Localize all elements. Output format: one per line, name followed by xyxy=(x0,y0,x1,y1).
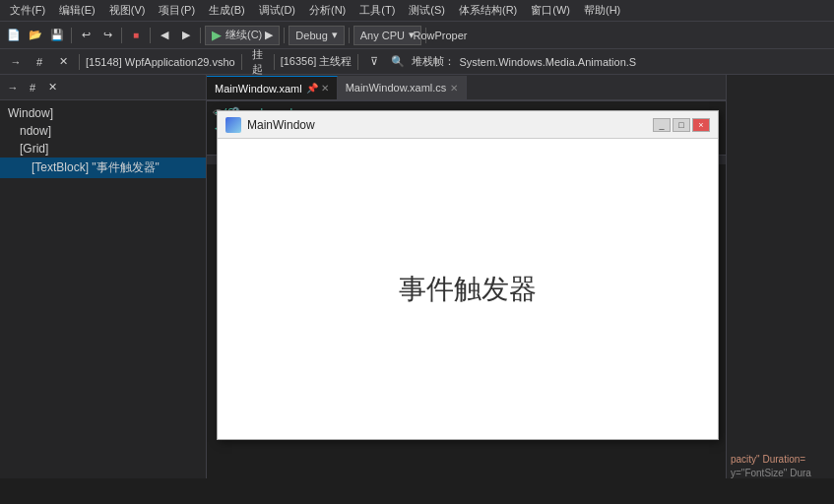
play-icon: ▶ xyxy=(212,28,222,42)
hang-btn[interactable]: 挂起 xyxy=(248,52,268,72)
separator-6 xyxy=(349,28,350,43)
tree-view: Window] ndow] [Grid] [TextBlock] "事件触发器" xyxy=(0,100,206,182)
tab-bar: MainWindow.xaml 📌 ✕ MainWindow.xaml.cs ✕ xyxy=(207,75,726,100)
floating-wpf-window: MainWindow _ □ × 事件触发器 xyxy=(217,110,719,440)
separator-1 xyxy=(71,28,72,43)
right-fontsize: y="FontSize" Dura xyxy=(731,468,811,478)
menu-edit[interactable]: 编辑(E) xyxy=(53,1,101,20)
separator-4 xyxy=(200,28,201,43)
left-panel: → # ✕ Window] ndow] [Grid] [TextBlock] "… xyxy=(0,75,207,478)
cpu-label: Any CPU xyxy=(360,30,405,41)
menu-file[interactable]: 文件(F) xyxy=(4,1,51,20)
right-spacer xyxy=(731,79,830,453)
filter-btn[interactable]: ⊽ xyxy=(364,52,384,72)
menu-project[interactable]: 项目(P) xyxy=(153,1,201,20)
tree-item-ndow[interactable]: ndow] xyxy=(0,122,206,140)
new-btn[interactable]: 📄 xyxy=(4,26,24,45)
save-btn[interactable]: 💾 xyxy=(47,26,67,45)
tree-item-window[interactable]: Window] xyxy=(0,104,206,122)
tab-label-1: MainWindow.xaml xyxy=(215,83,302,94)
separator-11 xyxy=(357,54,358,70)
continue-label: 继续(C) ▶ xyxy=(225,28,273,42)
chevron-down-icon: ▾ xyxy=(332,29,338,41)
menu-analyze[interactable]: 分析(N) xyxy=(303,1,352,20)
left-panel-toolbar: → # ✕ xyxy=(0,75,206,100)
menu-tools[interactable]: 工具(T) xyxy=(353,1,401,20)
right-text-line2: y="FontSize" Dura xyxy=(731,467,830,478)
thread-label: [16356] 主线程 xyxy=(281,54,353,69)
continue-dropdown[interactable]: ▶ 继续(C) ▶ xyxy=(205,26,280,45)
debug-pin-btn[interactable]: # xyxy=(30,52,49,72)
undo-btn[interactable]: ↩ xyxy=(76,26,96,45)
separator-5 xyxy=(284,28,285,43)
method-label: System.Windows.Media.Animation.S xyxy=(459,56,636,68)
right-panel: pacity" Duration= y="FontSize" Dura Dura… xyxy=(726,75,834,478)
win-maximize-btn[interactable]: □ xyxy=(673,118,690,132)
separator-3 xyxy=(150,28,151,43)
menu-window[interactable]: 窗口(W) xyxy=(525,1,576,20)
separator-2 xyxy=(121,28,122,43)
debug-config-dropdown[interactable]: Debug ▾ xyxy=(289,26,344,45)
win-close-btn[interactable]: × xyxy=(692,118,710,132)
separator-10 xyxy=(274,54,275,70)
right-panel-content: pacity" Duration= y="FontSize" Dura Dura… xyxy=(727,75,834,478)
debug-close-btn[interactable]: ✕ xyxy=(53,52,73,72)
menu-arch[interactable]: 体系结构(R) xyxy=(453,1,523,20)
editor-area: MainWindow.xaml 📌 ✕ MainWindow.xaml.cs ✕… xyxy=(207,75,726,478)
debug-bar: → # ✕ [15148] WpfApplication29.vsho 挂起 [… xyxy=(0,49,834,75)
menu-help[interactable]: 帮助(H) xyxy=(578,1,626,20)
win-body: 事件触发器 xyxy=(218,139,718,439)
tab-label-2: MainWindow.xaml.cs xyxy=(346,82,447,94)
menu-bar: 文件(F) 编辑(E) 视图(V) 项目(P) 生成(B) 调试(D) 分析(N… xyxy=(0,0,834,22)
panel-close-btn[interactable]: ✕ xyxy=(43,79,61,96)
debug-nav-btn[interactable]: → xyxy=(6,52,26,72)
pin-tab-icon[interactable]: 📌 xyxy=(306,83,318,94)
project-label: [15148] WpfApplication29.vsho xyxy=(86,56,235,68)
tree-item-grid[interactable]: [Grid] xyxy=(0,140,206,158)
win-titlebar: MainWindow _ □ × xyxy=(218,111,718,139)
separator-9 xyxy=(241,54,242,70)
rowprops-btn[interactable]: RowProper xyxy=(430,26,450,45)
win-app-icon xyxy=(225,117,241,133)
callstack-label: 堆栈帧： xyxy=(412,54,455,69)
search-btn[interactable]: 🔍 xyxy=(388,52,408,72)
close-tab-2-icon[interactable]: ✕ xyxy=(450,83,458,94)
menu-test[interactable]: 测试(S) xyxy=(403,1,451,20)
open-btn[interactable]: 📂 xyxy=(26,26,45,45)
editor-content: 👁 🔒 MainWindow _ □ × 事 xyxy=(207,100,726,478)
separator-8 xyxy=(79,54,80,70)
cpu-dropdown[interactable]: Any CPU ▾ xyxy=(353,26,421,45)
rowprops-label: RowProper xyxy=(413,30,467,41)
right-opacity: pacity" Duration= xyxy=(731,454,805,465)
toolbar: 📄 📂 💾 ↩ ↪ ■ ◀ ▶ ▶ 继续(C) ▶ Debug ▾ Any CP… xyxy=(0,22,834,49)
win-title: MainWindow xyxy=(247,118,647,132)
tab-mainwindow-xaml-cs[interactable]: MainWindow.xaml.cs ✕ xyxy=(338,76,468,99)
panel-nav-btn[interactable]: → xyxy=(4,79,22,96)
tab-mainwindow-xaml[interactable]: MainWindow.xaml 📌 ✕ xyxy=(207,76,338,99)
panel-pin-btn[interactable]: # xyxy=(24,79,41,96)
right-text-line1: pacity" Duration= xyxy=(731,453,830,467)
menu-build[interactable]: 生成(B) xyxy=(203,1,251,20)
menu-debug[interactable]: 调试(D) xyxy=(253,1,301,20)
tab2-icons: ✕ xyxy=(450,83,458,94)
back-btn[interactable]: ◀ xyxy=(155,26,174,45)
tab-icons: 📌 ✕ xyxy=(306,83,329,94)
hang-label: 挂起 xyxy=(248,47,268,77)
win-controls: _ □ × xyxy=(653,118,710,132)
fwd-btn[interactable]: ▶ xyxy=(176,26,196,45)
win-minimize-btn[interactable]: _ xyxy=(653,118,671,132)
stop-btn[interactable]: ■ xyxy=(126,26,146,45)
main-layout: → # ✕ Window] ndow] [Grid] [TextBlock] "… xyxy=(0,75,834,478)
debug-config-label: Debug xyxy=(295,30,327,41)
redo-btn[interactable]: ↪ xyxy=(97,26,117,45)
menu-view[interactable]: 视图(V) xyxy=(103,1,152,20)
tree-item-textblock[interactable]: [TextBlock] "事件触发器" xyxy=(0,158,206,178)
close-tab-1-icon[interactable]: ✕ xyxy=(321,83,329,94)
win-body-text: 事件触发器 xyxy=(399,271,537,308)
